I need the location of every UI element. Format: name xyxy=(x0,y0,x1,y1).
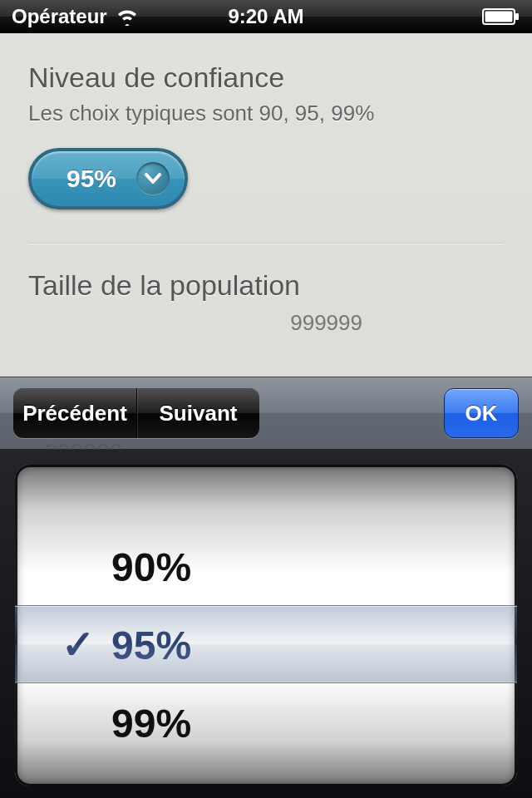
picker-option[interactable]: 95% xyxy=(111,606,191,684)
clock: 9:20 AM xyxy=(228,5,303,27)
prev-next-segment: Précédent Suivant xyxy=(13,388,259,438)
previous-button[interactable]: Précédent xyxy=(13,388,136,438)
confidence-subtitle: Les choix typiques sont 90, 95, 99% xyxy=(28,101,504,126)
confidence-dropdown[interactable]: 95% xyxy=(28,148,188,209)
population-hint: xxx xxx xxx xxx xxx 999999 xyxy=(0,302,532,336)
chevron-down-icon xyxy=(136,162,170,195)
picker-option[interactable]: 99% xyxy=(111,684,191,762)
status-bar: Opérateur 9:20 AM xyxy=(0,0,532,33)
next-button[interactable]: Suivant xyxy=(136,388,259,438)
confidence-section: Niveau de confiance Les choix typiques s… xyxy=(0,33,532,209)
confidence-title: Niveau de confiance xyxy=(28,62,504,94)
checkmark-icon: ✓ xyxy=(62,605,95,683)
picker-option[interactable]: 90% xyxy=(111,528,191,606)
ok-button[interactable]: OK xyxy=(444,388,519,438)
population-title: Taille de la population xyxy=(28,269,504,302)
population-section: Taille de la population xyxy=(0,244,532,302)
confidence-picker[interactable]: 90% 95% 99% ✓ xyxy=(15,465,517,786)
picker-container: 90% 95% 99% ✓ xyxy=(0,450,532,798)
confidence-dropdown-value: 95% xyxy=(66,165,116,193)
